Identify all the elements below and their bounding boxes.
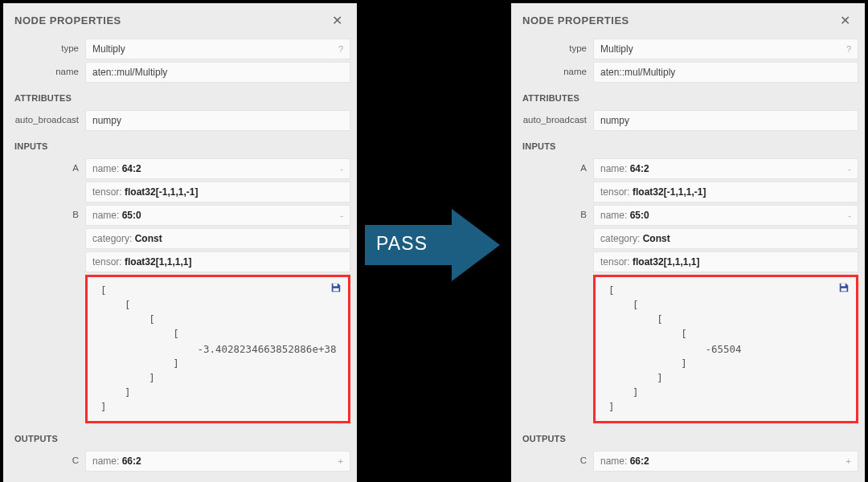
outputs-header: OUTPUTS bbox=[518, 426, 858, 448]
output-c-name-field[interactable]: name: 66:2 + bbox=[85, 451, 350, 472]
type-label: type bbox=[518, 39, 593, 59]
auto-broadcast-label: auto_broadcast bbox=[10, 110, 85, 131]
input-a-tensor-field: tensor: float32[-1,1,1,-1] bbox=[85, 182, 350, 202]
panel-title: NODE PROPERTIES bbox=[522, 14, 629, 27]
output-c-label: C bbox=[10, 451, 85, 472]
tensor-pre: [ [ [ [ -3.4028234663852886e+38 ] ] ] ] bbox=[100, 284, 337, 413]
attributes-header: ATTRIBUTES bbox=[518, 85, 858, 108]
collapse-icon[interactable]: - bbox=[340, 210, 343, 220]
input-a-label: A bbox=[10, 158, 85, 202]
name-value: aten::mul/Multiply bbox=[92, 67, 167, 78]
input-b-tensor-field: tensor: float32[1,1,1,1] bbox=[593, 251, 858, 272]
close-icon[interactable]: ✕ bbox=[329, 11, 346, 30]
node-properties-panel-right: NODE PROPERTIES ✕ type Multiply ? name a… bbox=[511, 3, 865, 482]
input-a-label: A bbox=[518, 158, 593, 202]
inputs-header: INPUTS bbox=[10, 133, 350, 156]
name-label: name bbox=[10, 62, 85, 83]
type-field[interactable]: Multiply ? bbox=[593, 39, 858, 59]
auto-broadcast-field[interactable]: numpy bbox=[593, 110, 858, 131]
save-icon[interactable] bbox=[330, 282, 342, 293]
node-properties-panel-left: NODE PROPERTIES ✕ type Multiply ? name a… bbox=[3, 3, 357, 482]
arrow-label: PASS bbox=[376, 233, 428, 255]
input-a-name-field[interactable]: name: 64:2 - bbox=[85, 158, 350, 179]
auto-broadcast-value: numpy bbox=[92, 115, 121, 126]
expand-icon[interactable]: + bbox=[338, 456, 343, 466]
input-b-category-field: category: Const bbox=[593, 228, 858, 249]
collapse-icon[interactable]: - bbox=[848, 210, 851, 220]
close-icon[interactable]: ✕ bbox=[837, 11, 854, 30]
attributes-header: ATTRIBUTES bbox=[10, 85, 350, 108]
svg-rect-3 bbox=[841, 288, 847, 292]
auto-broadcast-value: numpy bbox=[600, 115, 629, 126]
input-b-category-field: category: Const bbox=[85, 228, 350, 249]
collapse-icon[interactable]: - bbox=[848, 164, 851, 174]
output-c-label: C bbox=[518, 451, 593, 472]
svg-rect-1 bbox=[334, 288, 339, 292]
input-b-name-field[interactable]: name: 65:0 - bbox=[85, 205, 350, 226]
input-b-name-field[interactable]: name: 65:0 - bbox=[593, 205, 858, 226]
input-b-tensor-field: tensor: float32[1,1,1,1] bbox=[85, 251, 350, 272]
svg-rect-0 bbox=[334, 284, 338, 287]
panel-title: NODE PROPERTIES bbox=[14, 14, 121, 27]
type-value: Multiply bbox=[92, 43, 125, 55]
input-a-tensor-field: tensor: float32[-1,1,1,-1] bbox=[593, 182, 858, 202]
type-help-icon[interactable]: ? bbox=[846, 44, 851, 54]
input-b-label: B bbox=[10, 205, 85, 423]
name-field[interactable]: aten::mul/Multiply bbox=[593, 62, 858, 83]
type-help-icon[interactable]: ? bbox=[338, 44, 343, 54]
pass-arrow-icon: PASS bbox=[365, 209, 502, 281]
expand-icon[interactable]: + bbox=[846, 456, 851, 466]
name-label: name bbox=[518, 62, 593, 83]
save-icon[interactable] bbox=[838, 282, 850, 293]
input-b-label: B bbox=[518, 205, 593, 423]
type-value: Multiply bbox=[600, 43, 633, 55]
tensor-value-box: [ [ [ [ -3.4028234663852886e+38 ] ] ] ] bbox=[85, 275, 350, 423]
name-value: aten::mul/Multiply bbox=[600, 67, 675, 78]
name-field[interactable]: aten::mul/Multiply bbox=[85, 62, 350, 83]
inputs-header: INPUTS bbox=[518, 133, 858, 156]
tensor-pre: [ [ [ [ -65504 ] ] ] ] bbox=[608, 284, 742, 413]
type-field[interactable]: Multiply ? bbox=[85, 39, 350, 59]
input-a-name-field[interactable]: name: 64:2 - bbox=[593, 158, 858, 179]
collapse-icon[interactable]: - bbox=[340, 164, 343, 174]
svg-rect-2 bbox=[841, 284, 845, 287]
type-label: type bbox=[10, 39, 85, 59]
auto-broadcast-label: auto_broadcast bbox=[518, 110, 593, 131]
outputs-header: OUTPUTS bbox=[10, 426, 350, 448]
tensor-value-box: [ [ [ [ -65504 ] ] ] ] bbox=[593, 275, 858, 423]
output-c-name-field[interactable]: name: 66:2 + bbox=[593, 451, 858, 472]
auto-broadcast-field[interactable]: numpy bbox=[85, 110, 350, 131]
